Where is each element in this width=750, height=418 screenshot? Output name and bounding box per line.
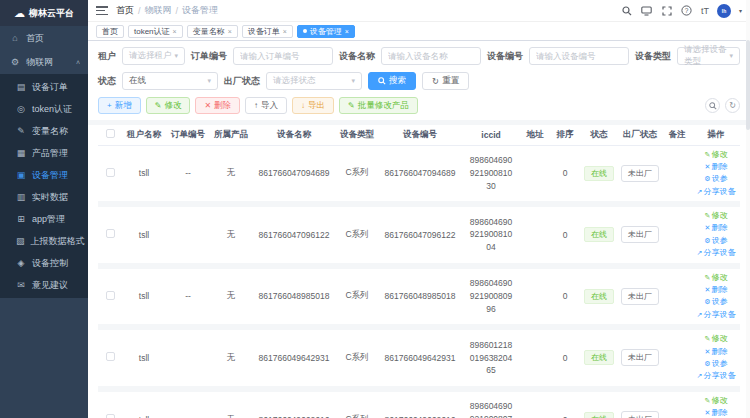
row-edit-link[interactable]: ✎修改 xyxy=(705,273,728,283)
chevron-down-icon: ▾ xyxy=(729,52,733,60)
sidebar-item-home[interactable]: ⌂ 首页 xyxy=(0,26,88,50)
device-name-input[interactable] xyxy=(381,47,481,65)
cell-addr xyxy=(520,327,550,389)
monitor-icon[interactable] xyxy=(641,5,653,17)
delete-button-label: 删除 xyxy=(214,100,231,112)
row-edit-link[interactable]: ✎修改 xyxy=(705,150,728,160)
sidebar-item-realtime-data[interactable]: ▥ 实时数据 xyxy=(0,186,88,208)
sidebar-item-product-mgmt[interactable]: ▦ 产品管理 xyxy=(0,142,88,164)
factory-status-select[interactable]: 请选择状态 ▾ xyxy=(266,72,362,90)
select-all-checkbox[interactable] xyxy=(106,129,115,138)
breadcrumb-home[interactable]: 首页 xyxy=(116,4,134,17)
vertical-scrollbar[interactable] xyxy=(746,0,750,418)
row-delete-link[interactable]: ✕删除 xyxy=(705,285,728,295)
fullscreen-icon[interactable] xyxy=(661,5,673,17)
edit-icon: ✎ xyxy=(705,397,711,404)
trash-icon: ✕ xyxy=(705,224,711,231)
factory-status-button[interactable]: 未出厂 xyxy=(621,226,659,243)
row-checkbox[interactable] xyxy=(106,168,115,177)
upload-icon: ↑ xyxy=(254,101,258,110)
token-auth-icon: ◎ xyxy=(16,104,26,114)
batch-edit-product-button[interactable]: ✎ 批量修改产品 xyxy=(339,97,418,114)
row-delete-link[interactable]: ✕删除 xyxy=(705,408,728,418)
close-icon[interactable]: × xyxy=(283,28,287,35)
row-share-device-link[interactable]: ↗分享设备 xyxy=(697,310,736,320)
search-icon[interactable] xyxy=(621,5,633,17)
factory-status-placeholder: 请选择状态 xyxy=(273,75,316,87)
cell-remark xyxy=(662,145,692,204)
row-share-device-link[interactable]: ↗分享设备 xyxy=(697,371,736,381)
status-select[interactable]: 在线 ▾ xyxy=(122,72,218,90)
row-share-device-link[interactable]: ↗分享设备 xyxy=(697,187,736,197)
device-type-select[interactable]: 请选择设备类型 ▾ xyxy=(677,47,740,65)
trash-icon: ✕ xyxy=(705,163,711,170)
row-checkbox[interactable] xyxy=(106,414,115,418)
chevron-down-icon[interactable]: ▾ xyxy=(739,7,742,14)
cell-iccid: 898604690 921900809 96 xyxy=(462,266,520,328)
refresh-button[interactable]: ↻ xyxy=(725,98,740,113)
cell-name: 861766048985018 xyxy=(252,266,336,328)
row-share-device-link[interactable]: ↗分享设备 xyxy=(697,248,736,258)
sidebar-item-device-mgmt[interactable]: ▣ 设备管理 xyxy=(0,164,88,186)
row-checkbox[interactable] xyxy=(106,352,115,361)
search-button[interactable]: 搜索 xyxy=(368,72,416,90)
table-row: tsll 无 861766049662616 C系列 8617660496626… xyxy=(98,389,740,418)
export-button[interactable]: ↓ 导出 xyxy=(292,97,334,114)
col-no: 设备编号 xyxy=(378,125,462,145)
row-delete-link[interactable]: ✕删除 xyxy=(705,347,728,357)
sidebar-item-device-control[interactable]: ◈ 设备控制 xyxy=(0,252,88,274)
factory-status-button[interactable]: 未出厂 xyxy=(621,349,659,366)
row-delete-link[interactable]: ✕删除 xyxy=(705,223,728,233)
user-avatar[interactable]: lh xyxy=(717,4,731,18)
row-edit-link[interactable]: ✎修改 xyxy=(705,396,728,406)
hamburger-icon[interactable] xyxy=(96,6,108,15)
factory-status-button[interactable]: 未出厂 xyxy=(621,165,659,182)
row-set-params-link[interactable]: ⚙设参 xyxy=(704,236,727,246)
factory-status-button[interactable]: 未出厂 xyxy=(621,411,659,418)
sidebar-item-feedback[interactable]: ✉ 意见建议 xyxy=(0,274,88,296)
row-checkbox[interactable] xyxy=(106,229,115,238)
scrollbar-thumb[interactable] xyxy=(746,40,750,130)
close-icon[interactable]: × xyxy=(173,28,177,35)
sidebar-item-label: 设备管理 xyxy=(32,169,68,182)
sidebar-item-variable-name[interactable]: ✎ 变量名称 xyxy=(0,120,88,142)
row-set-params-link[interactable]: ⚙设参 xyxy=(704,174,727,184)
row-set-params-link[interactable]: ⚙设参 xyxy=(704,297,727,307)
tab-device-order[interactable]: 设备订单 × xyxy=(242,25,293,38)
reset-button[interactable]: ↻ 重置 xyxy=(422,72,469,90)
row-edit-link[interactable]: ✎修改 xyxy=(705,211,728,221)
tab-home[interactable]: 首页 xyxy=(96,25,124,38)
col-tenant: 租户名称 xyxy=(122,125,166,145)
sidebar-item-device-order[interactable]: ▤ 设备订单 xyxy=(0,76,88,98)
order-no-input[interactable] xyxy=(233,47,333,65)
col-factory: 出厂状态 xyxy=(618,125,662,145)
delete-button[interactable]: ✕ 删除 xyxy=(195,97,240,114)
sidebar-item-report-format[interactable]: ▧ 上报数据格式 xyxy=(0,230,88,252)
toggle-search-button[interactable] xyxy=(705,98,720,113)
row-edit-link[interactable]: ✎修改 xyxy=(705,334,728,344)
row-delete-link[interactable]: ✕删除 xyxy=(705,162,728,172)
tab-device-mgmt[interactable]: 设备管理 × xyxy=(297,25,355,38)
sidebar-item-iot[interactable]: ⚙ 物联网 ˄ xyxy=(0,50,88,74)
add-button[interactable]: + 新增 xyxy=(98,97,141,114)
sidebar-item-app-mgmt[interactable]: ⊞ app管理 xyxy=(0,208,88,230)
help-icon[interactable]: ? xyxy=(681,5,693,17)
tab-token-auth[interactable]: token认证 × xyxy=(128,25,183,38)
close-icon[interactable]: × xyxy=(345,28,349,35)
product-mgmt-icon: ▦ xyxy=(16,148,26,158)
export-button-label: 导出 xyxy=(308,100,325,112)
row-set-params-link[interactable]: ⚙设参 xyxy=(704,359,727,369)
tab-variable-name[interactable]: 变量名称 × xyxy=(187,25,238,38)
import-button[interactable]: ↑ 导入 xyxy=(245,97,287,114)
cell-product: 无 xyxy=(210,389,252,418)
close-icon[interactable]: × xyxy=(228,28,232,35)
factory-status-button[interactable]: 未出厂 xyxy=(621,288,659,305)
tenant-select[interactable]: 请选择租户 ▾ xyxy=(122,47,185,65)
sidebar-item-token-auth[interactable]: ◎ token认证 xyxy=(0,98,88,120)
main-content: 租户 请选择租户 ▾ 订单编号 设备名称 设备编号 设备类型 请选择设备类型 ▾ xyxy=(88,41,750,418)
device-no-input[interactable] xyxy=(529,47,629,65)
sidebar-item-label: 意见建议 xyxy=(32,279,68,292)
font-size-icon[interactable]: tT xyxy=(701,6,709,16)
row-checkbox[interactable] xyxy=(106,291,115,300)
edit-button[interactable]: ✎ 修改 xyxy=(146,97,191,114)
